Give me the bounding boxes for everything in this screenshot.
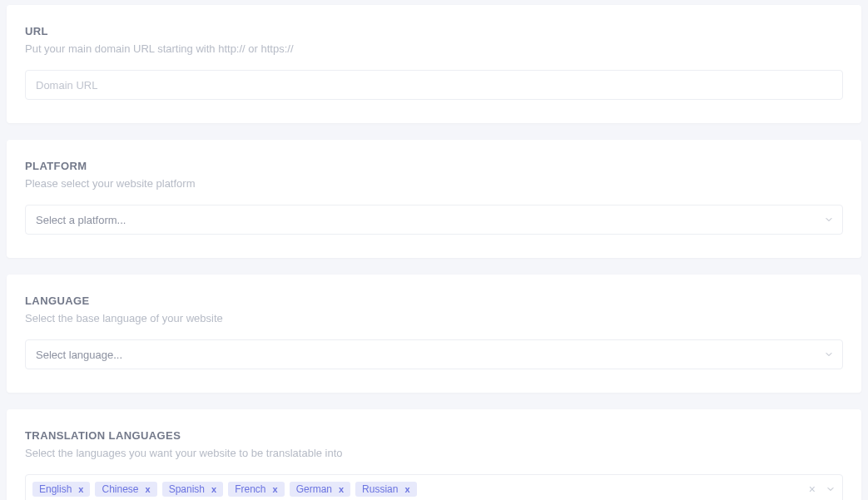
multiselect-trail: × xyxy=(809,483,836,495)
settings-form: URL Put your main domain URL starting wi… xyxy=(0,0,868,500)
remove-tag-icon[interactable]: x xyxy=(146,485,151,494)
translation-title: TRANSLATION LANGUAGES xyxy=(25,429,843,442)
language-tag-label: French xyxy=(235,483,265,495)
platform-placeholder: Select a platform... xyxy=(36,214,126,226)
language-tag: Englishx xyxy=(32,482,90,497)
remove-tag-icon[interactable]: x xyxy=(404,485,409,494)
clear-all-icon[interactable]: × xyxy=(809,483,816,495)
translation-multiselect[interactable]: EnglishxChinesexSpanishxFrenchxGermanxRu… xyxy=(25,474,843,500)
remove-tag-icon[interactable]: x xyxy=(78,485,83,494)
language-tag: Spanishx xyxy=(162,482,224,497)
translation-desc: Select the languages you want your websi… xyxy=(25,447,843,459)
chevron-down-icon xyxy=(824,349,834,359)
language-tag-label: Russian xyxy=(362,483,398,495)
language-title: LANGUAGE xyxy=(25,295,843,307)
platform-card: PLATFORM Please select your website plat… xyxy=(7,140,861,258)
url-input[interactable] xyxy=(25,70,843,100)
chevron-down-icon xyxy=(824,215,834,225)
translation-tags: EnglishxChinesexSpanishxFrenchxGermanxRu… xyxy=(32,482,804,497)
url-desc: Put your main domain URL starting with h… xyxy=(25,42,843,55)
language-tag-label: German xyxy=(296,483,332,495)
language-tag-label: Spanish xyxy=(169,483,205,495)
language-desc: Select the base language of your website xyxy=(25,312,843,324)
remove-tag-icon[interactable]: x xyxy=(211,485,216,494)
platform-desc: Please select your website platform xyxy=(25,177,843,190)
remove-tag-icon[interactable]: x xyxy=(273,485,278,494)
language-tag-label: Chinese xyxy=(102,483,138,495)
language-tag: Chinesex xyxy=(95,482,156,497)
platform-title: PLATFORM xyxy=(25,160,843,172)
url-card: URL Put your main domain URL starting wi… xyxy=(7,5,861,123)
language-tag: Frenchx xyxy=(228,482,284,497)
language-select[interactable]: Select language... xyxy=(25,339,843,369)
translation-card: TRANSLATION LANGUAGES Select the languag… xyxy=(7,409,861,500)
remove-tag-icon[interactable]: x xyxy=(339,485,344,494)
language-tag-label: English xyxy=(39,483,72,495)
language-tag: Russianx xyxy=(355,482,416,497)
language-tag: Germanx xyxy=(290,482,350,497)
chevron-down-icon xyxy=(826,484,836,494)
language-placeholder: Select language... xyxy=(36,349,122,361)
platform-select[interactable]: Select a platform... xyxy=(25,205,843,235)
url-title: URL xyxy=(25,25,843,37)
language-card: LANGUAGE Select the base language of you… xyxy=(7,275,861,393)
